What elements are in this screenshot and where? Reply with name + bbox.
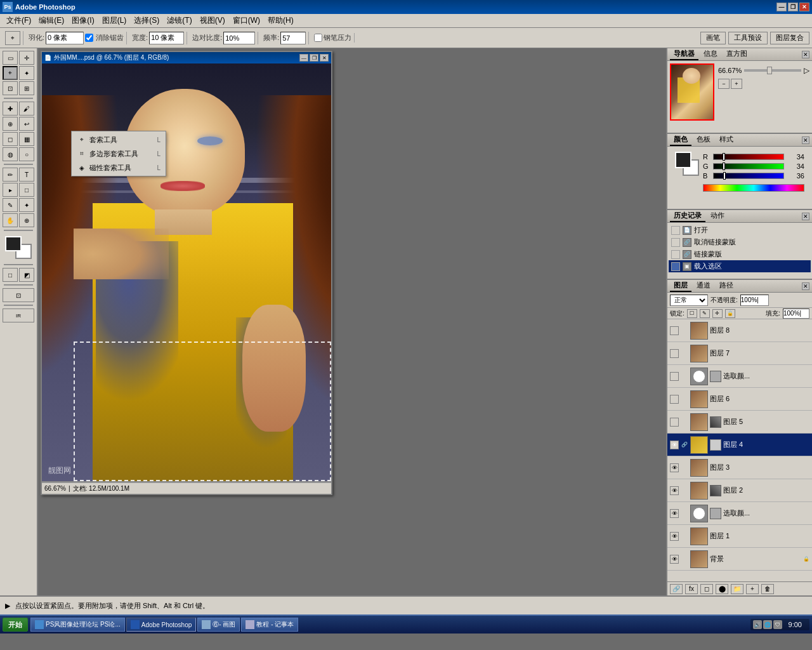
tab-navigator[interactable]: 导航器 xyxy=(670,48,698,60)
color-spectrum-bar[interactable] xyxy=(703,184,804,192)
tab-histogram[interactable]: 直方图 xyxy=(723,48,751,60)
restore-button[interactable]: ❐ xyxy=(788,3,798,11)
layer-item-8[interactable]: 图层 8 xyxy=(667,319,812,342)
color-swatch-area[interactable] xyxy=(675,152,699,176)
layer-adj1-visibility[interactable] xyxy=(670,372,679,381)
pen-pressure-checkbox[interactable] xyxy=(314,34,322,42)
width-input[interactable] xyxy=(149,32,184,44)
anti-alias-checkbox[interactable] xyxy=(85,34,93,42)
tool-notes[interactable]: ✎ xyxy=(3,198,18,212)
taskbar-item-paint[interactable]: ⑥- 画图 xyxy=(197,618,240,632)
tool-text[interactable]: T xyxy=(19,168,34,182)
tool-dodge[interactable]: ○ xyxy=(19,147,34,161)
color-close[interactable]: ✕ xyxy=(802,136,809,144)
nav-zoom-out-btn[interactable]: − xyxy=(718,79,730,89)
tool-history-brush[interactable]: ↩ xyxy=(19,117,34,131)
tool-screen-mode[interactable]: ⊡ xyxy=(3,288,34,302)
history-item-load[interactable]: ▣ 载入选区 xyxy=(669,260,811,272)
layer-item-5[interactable]: 图层 5 xyxy=(667,411,812,434)
layer-delete-btn[interactable]: 🗑 xyxy=(761,584,774,594)
tab-info[interactable]: 信息 xyxy=(700,48,721,60)
tool-gradient[interactable]: ▦ xyxy=(19,132,34,146)
green-slider-thumb[interactable] xyxy=(723,162,725,170)
layer-5-visibility[interactable] xyxy=(670,418,679,427)
layers-close[interactable]: ✕ xyxy=(802,282,809,290)
contrast-input[interactable] xyxy=(223,32,255,44)
tool-brush[interactable]: 🖌 xyxy=(19,102,34,116)
red-slider-thumb[interactable] xyxy=(723,153,725,161)
layer-item-2[interactable]: 👁 图层 2 xyxy=(667,479,812,502)
tool-eyedropper[interactable]: ✦ xyxy=(19,198,34,212)
menu-edit[interactable]: 编辑(E) xyxy=(35,14,68,27)
tool-eraser[interactable]: ◻ xyxy=(3,132,18,146)
tool-quick-mask-on[interactable]: ◩ xyxy=(19,268,34,282)
ctx-magnetic-lasso[interactable]: ◈ 磁性套索工具 L xyxy=(72,161,166,175)
tool-marquee[interactable]: ▭ xyxy=(3,51,18,65)
layer-item-6[interactable]: 图层 6 xyxy=(667,388,812,411)
green-slider[interactable] xyxy=(713,163,784,169)
lock-paint-btn[interactable]: ✎ xyxy=(700,309,710,318)
layer-item-bg[interactable]: 👁 背景 🔒 xyxy=(667,548,812,571)
tool-crop[interactable]: ⊡ xyxy=(3,81,18,95)
layer-item-3[interactable]: 👁 图层 3 xyxy=(667,456,812,479)
feather-input[interactable] xyxy=(46,32,84,44)
opacity-input[interactable] xyxy=(740,295,769,306)
tab-history[interactable]: 历史记录 xyxy=(670,210,705,222)
tool-blur[interactable]: ◍ xyxy=(3,147,18,161)
blue-slider-thumb[interactable] xyxy=(723,172,726,180)
tool-imageready[interactable]: IR xyxy=(3,308,34,322)
history-close[interactable]: ✕ xyxy=(802,213,809,220)
color-swatches[interactable] xyxy=(5,236,32,259)
red-slider[interactable] xyxy=(713,154,784,160)
lock-move-btn[interactable]: ✛ xyxy=(712,309,723,318)
menu-help[interactable]: 帮助(H) xyxy=(264,14,298,27)
tool-stamp[interactable]: ⊕ xyxy=(3,117,18,131)
tab-actions[interactable]: 动作 xyxy=(707,210,728,222)
tool-move[interactable]: ✛ xyxy=(19,51,34,65)
layer-link-btn[interactable]: 🔗 xyxy=(670,584,683,594)
tab-color[interactable]: 颜色 xyxy=(670,134,691,146)
tool-healing[interactable]: ✚ xyxy=(3,102,18,116)
context-menu[interactable]: ⌖ 套索工具 L ⌗ 多边形套索工具 L ◈ 磁性套索工具 L xyxy=(71,131,166,176)
lock-transparent-btn[interactable]: ☐ xyxy=(687,309,697,318)
blue-slider[interactable] xyxy=(713,173,784,179)
minimize-button[interactable]: — xyxy=(776,3,787,11)
doc-restore[interactable]: ❐ xyxy=(310,54,318,62)
frequency-input[interactable] xyxy=(280,32,306,44)
layer-item-1[interactable]: 👁 图层 1 xyxy=(667,525,812,548)
history-item-link[interactable]: 🔗 链接蒙版 xyxy=(669,248,811,260)
close-button[interactable]: ✕ xyxy=(799,3,809,11)
layer-group-btn[interactable]: 📁 xyxy=(731,584,743,594)
layer-comp-btn[interactable]: 图层复合 xyxy=(770,32,809,44)
ctx-lasso-tool[interactable]: ⌖ 套索工具 L xyxy=(72,133,166,147)
foreground-color[interactable] xyxy=(5,236,22,251)
taskbar-item-notepad[interactable]: 教程 - 记事本 xyxy=(241,618,298,632)
tab-styles[interactable]: 样式 xyxy=(716,134,737,146)
menu-filter[interactable]: 滤镜(T) xyxy=(163,14,195,27)
layer-mask-btn[interactable]: ◻ xyxy=(700,584,713,594)
tool-magic-wand[interactable]: ✦ xyxy=(19,66,34,80)
menu-file[interactable]: 文件(F) xyxy=(3,14,35,27)
tool-icon-lasso[interactable]: ⌖ xyxy=(5,31,20,45)
zoom-slider[interactable] xyxy=(744,69,801,72)
layer-fx-btn[interactable]: fx xyxy=(685,584,698,594)
taskbar-item-photoshop[interactable]: Adobe Photoshop xyxy=(126,618,197,632)
taskbar-item-forum[interactable]: PS风图像处理论坛 PS论... xyxy=(30,618,125,632)
layer-new-btn[interactable]: + xyxy=(746,584,759,594)
layer-item-adj2[interactable]: 👁 选取颜... xyxy=(667,502,812,525)
layer-item-adj1[interactable]: 选取颜... xyxy=(667,365,812,388)
navigator-close[interactable]: ✕ xyxy=(802,51,809,58)
nav-zoom-in-btn[interactable]: + xyxy=(731,79,742,89)
tool-pen[interactable]: ✏ xyxy=(3,168,18,182)
doc-minimize[interactable]: — xyxy=(299,54,308,62)
doc-close[interactable]: ✕ xyxy=(320,54,329,62)
tool-quick-mask-off[interactable]: □ xyxy=(3,268,18,282)
layer-4-visibility[interactable]: 👁 xyxy=(670,441,679,449)
layer-7-visibility[interactable] xyxy=(670,349,679,358)
menu-image[interactable]: 图像(I) xyxy=(68,14,98,27)
layer-6-visibility[interactable] xyxy=(670,395,679,404)
layer-item-7[interactable]: 图层 7 xyxy=(667,342,812,365)
blend-mode-select[interactable]: 正常 xyxy=(670,295,708,306)
tool-path-select[interactable]: ▸ xyxy=(3,183,18,197)
menu-window[interactable]: 窗口(W) xyxy=(229,14,264,27)
